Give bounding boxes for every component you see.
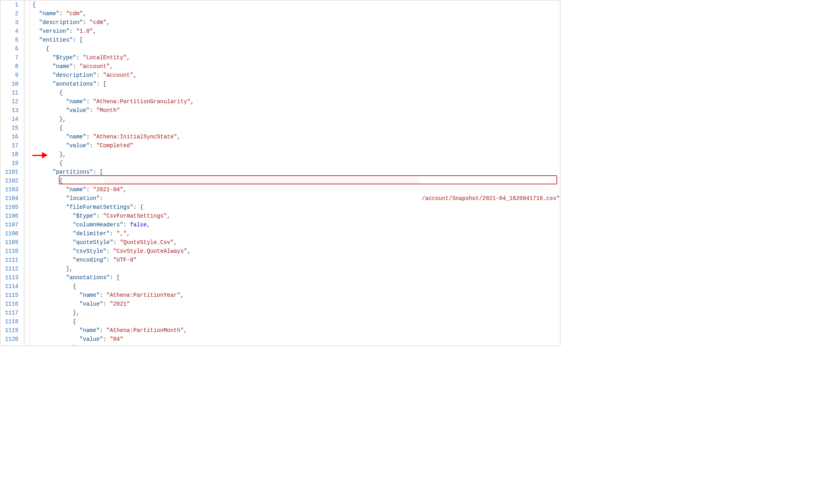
line-number: 1117 bbox=[0, 308, 18, 317]
code-line[interactable]: "$type": "CsvFormatSettings", bbox=[32, 212, 560, 220]
code-line[interactable]: "name": "cdm", bbox=[32, 9, 560, 18]
code-editor[interactable]: 1234567891011121314151617181911011102110… bbox=[0, 0, 560, 346]
code-line[interactable]: "name": "Athena:PartitionYear", bbox=[32, 291, 560, 300]
line-number: 13 bbox=[0, 106, 18, 115]
code-line[interactable]: "description": "cdm", bbox=[32, 18, 560, 27]
code-line[interactable]: "name": "2021-04", bbox=[32, 185, 560, 194]
redaction-bar bbox=[104, 176, 420, 184]
line-number: 1102 bbox=[0, 176, 18, 185]
code-line[interactable]: "entities": [ bbox=[32, 36, 560, 44]
code-line[interactable]: "columnHeaders": false, bbox=[32, 220, 560, 229]
code-line[interactable]: "encoding": "UTF-8" bbox=[32, 256, 560, 264]
code-line[interactable]: "annotations": [ bbox=[32, 80, 560, 88]
code-line[interactable]: { bbox=[32, 88, 560, 97]
line-number: 1119 bbox=[0, 326, 18, 335]
line-number: 1109 bbox=[0, 238, 18, 247]
code-line[interactable]: "value": "Month" bbox=[32, 106, 560, 115]
line-number: 1113 bbox=[0, 273, 18, 282]
code-line[interactable]: }, bbox=[32, 115, 560, 124]
fold-bar bbox=[24, 0, 30, 346]
line-number: 1107 bbox=[0, 220, 18, 229]
line-number: 1101 bbox=[0, 168, 18, 176]
line-number: 1121 bbox=[0, 344, 18, 346]
code-line[interactable]: { bbox=[32, 44, 560, 53]
line-number: 10 bbox=[0, 80, 18, 88]
line-number: 1110 bbox=[0, 247, 18, 256]
line-number: 7 bbox=[0, 53, 18, 62]
line-number: 19 bbox=[0, 159, 18, 168]
code-line[interactable]: "name": "account", bbox=[32, 62, 560, 71]
code-line[interactable]: { bbox=[32, 159, 560, 168]
code-line[interactable]: { bbox=[32, 282, 560, 291]
code-line[interactable]: "fileFormatSettings": { bbox=[32, 203, 560, 212]
line-number: 3 bbox=[0, 18, 18, 27]
code-line[interactable]: }, bbox=[32, 150, 560, 159]
code-area[interactable]: { "name": "cdm", "description": "cdm", "… bbox=[30, 0, 560, 346]
code-line[interactable]: "partitions": [ bbox=[32, 168, 560, 176]
line-number: 1115 bbox=[0, 291, 18, 300]
line-number: 1118 bbox=[0, 317, 18, 326]
code-line[interactable]: "$type": "LocalEntity", bbox=[32, 53, 560, 62]
code-line[interactable]: "value": "2021" bbox=[32, 300, 560, 308]
code-line[interactable]: "annotations": [ bbox=[32, 273, 560, 282]
line-number: 1106 bbox=[0, 212, 18, 220]
line-number: 1116 bbox=[0, 300, 18, 308]
code-line[interactable]: "version": "1.0", bbox=[32, 27, 560, 36]
line-number: 14 bbox=[0, 115, 18, 124]
line-number: 1108 bbox=[0, 229, 18, 238]
line-number: 16 bbox=[0, 132, 18, 141]
code-line[interactable]: { bbox=[32, 0, 560, 9]
code-line[interactable]: } bbox=[32, 344, 560, 346]
line-number: 1103 bbox=[0, 185, 18, 194]
code-line[interactable]: "location": /account/Snapshot/2021-04_16… bbox=[32, 194, 560, 203]
line-number: 4 bbox=[0, 27, 18, 36]
line-number: 1112 bbox=[0, 264, 18, 273]
line-number: 1 bbox=[0, 0, 18, 9]
line-number: 18 bbox=[0, 150, 18, 159]
code-line[interactable]: }, bbox=[32, 308, 560, 317]
line-number: 1114 bbox=[0, 282, 18, 291]
line-number: 1120 bbox=[0, 335, 18, 344]
code-line[interactable]: "name": "Athena:PartitionGranularity", bbox=[32, 97, 560, 106]
code-line[interactable]: "name": "Athena:InitialSyncState", bbox=[32, 132, 560, 141]
code-line[interactable]: { bbox=[32, 124, 560, 132]
line-number: 12 bbox=[0, 97, 18, 106]
line-number: 1105 bbox=[0, 203, 18, 212]
line-number: 2 bbox=[0, 9, 18, 18]
line-number: 8 bbox=[0, 62, 18, 71]
line-number: 1104 bbox=[0, 194, 18, 203]
line-number: 17 bbox=[0, 141, 18, 150]
code-line[interactable]: "description": "account", bbox=[32, 71, 560, 80]
line-number: 6 bbox=[0, 44, 18, 53]
code-line[interactable]: { bbox=[32, 317, 560, 326]
line-number: 11 bbox=[0, 88, 18, 97]
code-line[interactable]: "value": "Completed" bbox=[32, 141, 560, 150]
code-line[interactable]: "value": "04" bbox=[32, 335, 560, 344]
line-number: 15 bbox=[0, 124, 18, 132]
code-line[interactable]: "quoteStyle": "QuoteStyle.Csv", bbox=[32, 238, 560, 247]
line-number: 5 bbox=[0, 36, 18, 44]
code-line[interactable]: "csvStyle": "CsvStyle.QuoteAlways", bbox=[32, 247, 560, 256]
line-number-gutter: 1234567891011121314151617181911011102110… bbox=[0, 0, 24, 346]
code-line[interactable]: "name": "Athena:PartitionMonth", bbox=[32, 326, 560, 335]
code-line[interactable]: }, bbox=[32, 264, 560, 273]
line-number: 1111 bbox=[0, 256, 18, 264]
code-line[interactable]: "delimiter": ",", bbox=[32, 229, 560, 238]
line-number: 9 bbox=[0, 71, 18, 80]
